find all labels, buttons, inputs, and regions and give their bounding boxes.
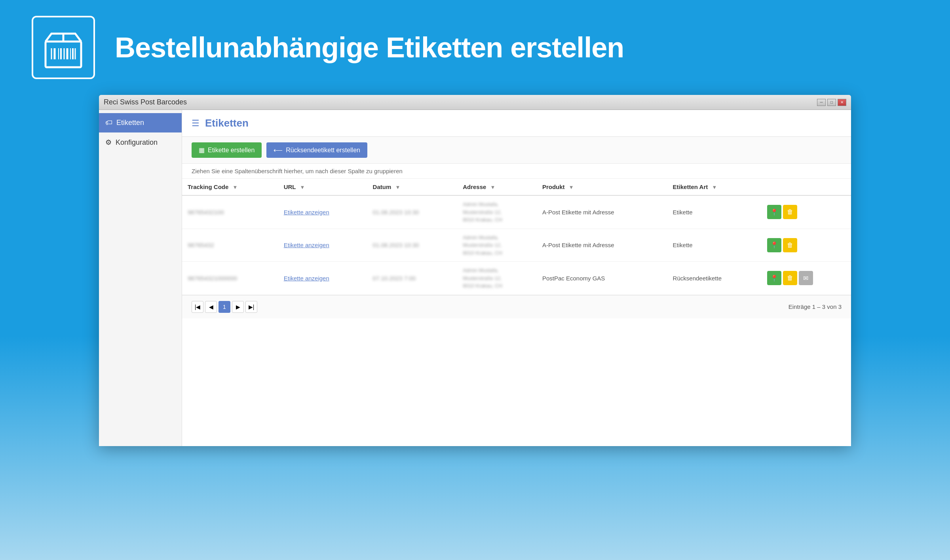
filter-url-icon[interactable]: ▼ [300,184,305,190]
delete-button-1[interactable]: 🗑 [783,238,797,252]
cell-adresse-2: Admin Mustafa,Musterstraße 12,8010 Kraka… [457,262,537,295]
url-link-2[interactable]: Etikette anzeigen [284,275,329,282]
filter-produkt-icon[interactable]: ▼ [569,184,574,190]
window-title: Reci Swiss Post Barcodes [104,98,187,106]
cell-actions-2: 📍 🗑 ✉ [762,262,851,295]
sidebar-label-etiketten: Etiketten [116,119,144,127]
art-value-0: Etikette [673,209,693,216]
adresse-value-2: Admin Mustafa,Musterstraße 12,8010 Kraka… [463,267,531,290]
cell-produkt-2: PostPac Economy GAS [537,262,667,295]
page-last-button[interactable]: ▶| [245,301,257,313]
table-row: 98765432100 Etikette anzeigen 01.08.2023… [182,195,851,229]
pagination-controls: |◀ ◀ 1 ▶ ▶| [192,301,257,313]
col-actions [762,179,851,195]
email-button-2[interactable]: ✉ [799,271,813,285]
window-controls: ─ □ ✕ [817,99,846,106]
produkt-value-0: A-Post Etikette mit Adresse [542,209,614,216]
col-url: URL ▼ [278,179,367,195]
action-buttons-0: 📍 🗑 [767,205,846,219]
url-link-0[interactable]: Etikette anzeigen [284,209,329,216]
cell-datum-0: 01.08.2023 10:30 [367,195,458,229]
cell-datum-1: 01.08.2023 10:30 [367,229,458,262]
gear-icon: ⚙ [105,138,112,147]
cell-produkt-1: A-Post Etikette mit Adresse [537,229,667,262]
produkt-value-2: PostPac Economy GAS [542,275,605,282]
content-title: Etiketten [205,117,249,129]
table-header-row: Tracking Code ▼ URL ▼ Datum ▼ [182,179,851,195]
cell-datum-2: 07.10.2023 7:00 [367,262,458,295]
page-prev-button[interactable]: ◀ [205,301,217,313]
page-next-button[interactable]: ▶ [232,301,244,313]
cell-produkt-0: A-Post Etikette mit Adresse [537,195,667,229]
page-1-button[interactable]: 1 [218,301,230,313]
data-table: Tracking Code ▼ URL ▼ Datum ▼ [182,179,851,295]
cell-tracking-code-0: 98765432100 [182,195,278,229]
art-value-1: Etikette [673,242,693,248]
art-value-2: Rücksendeetikette [673,275,722,282]
tracking-code-value-1: 98765432 [188,242,214,248]
col-adresse: Adresse ▼ [457,179,537,195]
create-label-button[interactable]: ▦ Etikette erstellen [192,142,262,158]
pagination-info: Einträge 1 – 3 von 3 [788,303,842,310]
close-button[interactable]: ✕ [838,99,846,106]
cell-url-2[interactable]: Etikette anzeigen [278,262,367,295]
delete-button-0[interactable]: 🗑 [783,205,797,219]
track-button-2[interactable]: 📍 [767,271,781,285]
url-link-1[interactable]: Etikette anzeigen [284,242,329,248]
datum-value-2: 07.10.2023 7:00 [373,275,416,282]
adresse-value-0: Admin Mustafa,Musterstraße 12,8010 Kraka… [463,201,531,224]
toolbar: ▦ Etikette erstellen ⟵ Rücksendeetikett … [182,137,851,164]
cell-actions-0: 📍 🗑 [762,195,851,229]
cell-art-0: Etikette [667,195,762,229]
action-buttons-2: 📍 🗑 ✉ [767,271,846,285]
filter-art-icon[interactable]: ▼ [712,184,717,190]
adresse-value-1: Admin Mustafa,Musterstraße 12,8010 Kraka… [463,234,531,257]
create-label-icon: ▦ [199,146,205,154]
minimize-button[interactable]: ─ [817,99,826,106]
menu-icon: ☰ [192,118,200,129]
track-button-0[interactable]: 📍 [767,205,781,219]
table-row: 987654321000000 Etikette anzeigen 07.10.… [182,262,851,295]
group-hint: Ziehen Sie eine Spaltenüberschrift hierh… [182,164,851,179]
create-label-text: Etikette erstellen [208,147,255,154]
col-tracking-code: Tracking Code ▼ [182,179,278,195]
logo [32,16,95,79]
col-datum: Datum ▼ [367,179,458,195]
tag-icon: 🏷 [105,119,112,127]
sidebar-item-konfiguration[interactable]: ⚙ Konfiguration [99,132,182,152]
create-return-label-button[interactable]: ⟵ Rücksendeetikett erstellen [266,142,367,158]
cell-tracking-code-1: 98765432 [182,229,278,262]
sidebar-label-konfiguration: Konfiguration [116,138,158,147]
track-button-1[interactable]: 📍 [767,238,781,252]
table-row: 98765432 Etikette anzeigen 01.08.2023 10… [182,229,851,262]
produkt-value-1: A-Post Etikette mit Adresse [542,242,614,248]
cell-adresse-0: Admin Mustafa,Musterstraße 12,8010 Kraka… [457,195,537,229]
col-etiketten-art: Etiketten Art ▼ [667,179,762,195]
datum-value-0: 01.08.2023 10:30 [373,209,419,216]
col-produkt: Produkt ▼ [537,179,667,195]
return-label-icon: ⟵ [274,146,283,154]
cell-url-0[interactable]: Etikette anzeigen [278,195,367,229]
cell-art-1: Etikette [667,229,762,262]
title-bar: Reci Swiss Post Barcodes ─ □ ✕ [99,95,851,110]
filter-tracking-icon[interactable]: ▼ [233,184,238,190]
header: Bestellunabhängige Etiketten erstellen [0,0,950,95]
pagination-bar: |◀ ◀ 1 ▶ ▶| Einträge 1 – 3 von 3 [182,295,851,318]
app-window: Reci Swiss Post Barcodes ─ □ ✕ 🏷 Etikett… [99,95,851,446]
tracking-code-value-2: 987654321000000 [188,275,237,282]
maximize-button[interactable]: □ [827,99,836,106]
filter-datum-icon[interactable]: ▼ [395,184,400,190]
delete-button-2[interactable]: 🗑 [783,271,797,285]
return-label-text: Rücksendeetikett erstellen [286,147,360,154]
cell-url-1[interactable]: Etikette anzeigen [278,229,367,262]
datum-value-1: 01.08.2023 10:30 [373,242,419,248]
page-first-button[interactable]: |◀ [192,301,203,313]
window-wrapper: Reci Swiss Post Barcodes ─ □ ✕ 🏷 Etikett… [0,95,950,446]
action-buttons-1: 📍 🗑 [767,238,846,252]
cell-adresse-1: Admin Mustafa,Musterstraße 12,8010 Kraka… [457,229,537,262]
filter-adresse-icon[interactable]: ▼ [490,184,496,190]
tracking-code-value-0: 98765432100 [188,209,224,216]
main-content: ☰ Etiketten ▦ Etikette erstellen ⟵ Rücks… [182,110,851,446]
sidebar: 🏷 Etiketten ⚙ Konfiguration [99,110,182,446]
sidebar-item-etiketten[interactable]: 🏷 Etiketten [99,113,182,132]
